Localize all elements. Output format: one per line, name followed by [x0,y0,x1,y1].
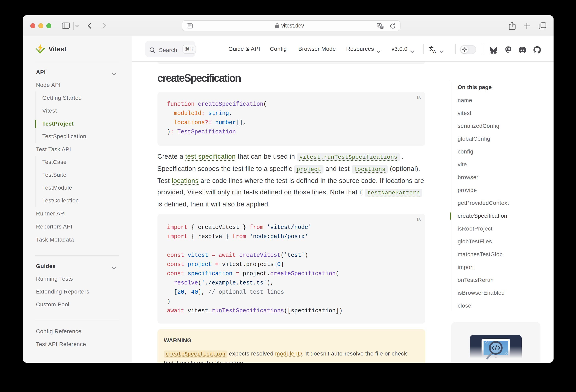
svg-text:A: A [433,49,436,53]
svg-text:A: A [378,24,380,27]
